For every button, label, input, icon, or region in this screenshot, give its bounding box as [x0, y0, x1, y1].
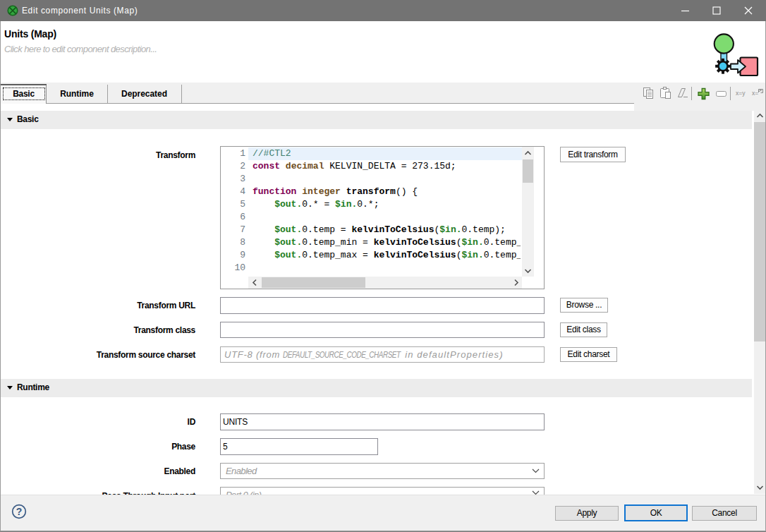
svg-text:?: ?: [16, 506, 23, 517]
svg-text:x=: x=: [752, 90, 758, 97]
svg-text:x=y: x=y: [736, 90, 746, 97]
